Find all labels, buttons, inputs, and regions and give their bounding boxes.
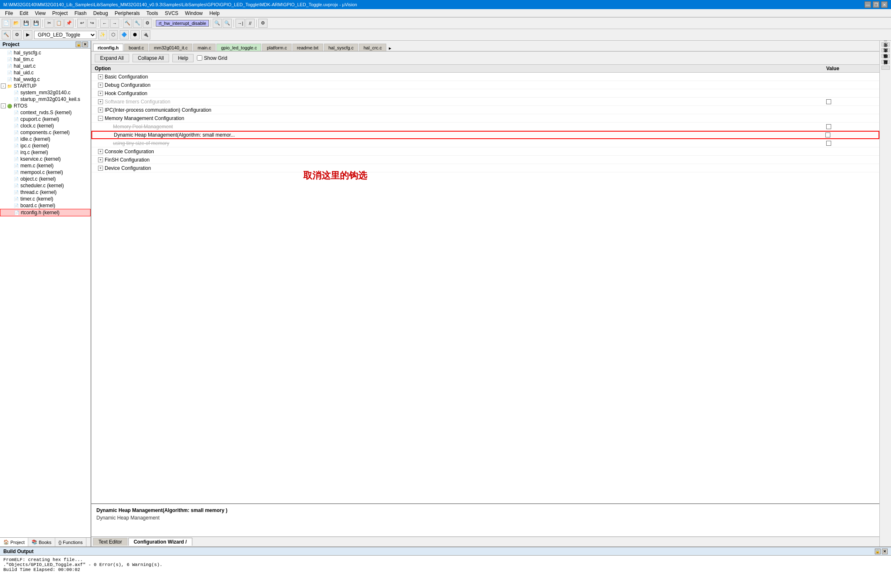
menu-item-flash[interactable]: Flash bbox=[71, 10, 90, 17]
menu-item-svcs[interactable]: SVCS bbox=[162, 10, 182, 17]
tree-expand-6[interactable]: - bbox=[1, 83, 6, 88]
tree-item-25[interactable]: 📄rtconfig.h (kernel) bbox=[0, 209, 91, 216]
search-button[interactable]: 🔍 bbox=[223, 19, 232, 28]
menu-item-edit[interactable]: Edit bbox=[16, 10, 32, 17]
rs-common-button[interactable]: 常用 bbox=[881, 48, 890, 52]
menu-item-tools[interactable]: Tools bbox=[143, 10, 162, 17]
new-file-button[interactable]: 📄 bbox=[2, 19, 11, 28]
file-tab-7[interactable]: hal_syscfg.c bbox=[324, 44, 358, 51]
tree-item-14[interactable]: 📄idle.c (kernel) bbox=[0, 136, 91, 142]
menu-item-debug[interactable]: Debug bbox=[90, 10, 111, 17]
config-row-7[interactable]: Memory Pool Management bbox=[91, 122, 879, 131]
tree-item-17[interactable]: 📄kservice.c (kernel) bbox=[0, 156, 91, 162]
tree-item-16[interactable]: 📄irq.c (kernel) bbox=[0, 149, 91, 156]
config-row-3[interactable]: +Hook Configuration bbox=[91, 89, 879, 98]
help-button[interactable]: Help bbox=[172, 54, 194, 62]
paste-button[interactable]: 📌 bbox=[64, 19, 74, 28]
config-row-4[interactable]: +Software timers Configuration bbox=[91, 98, 879, 106]
rs-mini-editor-button[interactable]: 小编辑框 bbox=[881, 60, 890, 64]
tree-item-8[interactable]: 📄startup_mm32g0140_keil.s bbox=[0, 96, 91, 103]
config-checkbox-7[interactable] bbox=[826, 124, 831, 129]
file-tab-1[interactable]: board.c bbox=[124, 44, 149, 51]
config-expand-5[interactable]: + bbox=[98, 108, 103, 113]
tree-item-21[interactable]: 📄scheduler.c (kernel) bbox=[0, 182, 91, 189]
config-row-8[interactable]: Dynamic Heap Management(Algorithm: small… bbox=[91, 131, 879, 139]
file-tab-0[interactable]: rtconfig.h bbox=[93, 44, 123, 51]
comment-button[interactable]: // bbox=[245, 19, 255, 28]
config-expand-4[interactable]: + bbox=[98, 99, 103, 104]
save-all-button[interactable]: 💾 bbox=[32, 19, 41, 28]
tree-item-4[interactable]: 📄hal_uid.c bbox=[0, 69, 91, 76]
target-selector[interactable]: GPIO_LED_Toggle bbox=[34, 31, 96, 39]
magic-button[interactable]: ✨ bbox=[98, 30, 107, 39]
config-checkbox-9[interactable] bbox=[826, 141, 831, 146]
config-row-1[interactable]: +Basic Configuration bbox=[91, 73, 879, 81]
tree-item-18[interactable]: 📄mem.c (kernel) bbox=[0, 162, 91, 169]
tab-templates[interactable]: 📋 Templates bbox=[86, 538, 91, 546]
config-expand-6[interactable]: − bbox=[98, 116, 103, 121]
text-editor-tab[interactable]: Text Editor bbox=[93, 538, 128, 546]
undo-button[interactable]: ↩ bbox=[77, 19, 86, 28]
plugin-button[interactable]: 🔌 bbox=[141, 30, 150, 39]
rs-score-button[interactable]: 版积分规 bbox=[881, 66, 890, 70]
config-checkbox-4[interactable] bbox=[826, 99, 831, 104]
find-button[interactable]: 🔍 bbox=[213, 19, 222, 28]
save-button[interactable]: 💾 bbox=[22, 19, 31, 28]
tab-project[interactable]: 🏠 Project bbox=[0, 538, 28, 546]
panel-close-button[interactable]: ✕ bbox=[82, 42, 88, 47]
close-button[interactable]: ✕ bbox=[881, 1, 888, 8]
tree-item-20[interactable]: 📄object.c (kernel) bbox=[0, 176, 91, 182]
config-expand-1[interactable]: + bbox=[98, 74, 103, 79]
menu-item-peripherals[interactable]: Peripherals bbox=[111, 10, 143, 17]
batch-button[interactable]: ⚙ bbox=[143, 19, 152, 28]
open-file-button[interactable]: 📂 bbox=[12, 19, 21, 28]
menu-item-help[interactable]: Help bbox=[206, 10, 223, 17]
config-button[interactable]: ⚙ bbox=[12, 30, 22, 39]
tree-item-24[interactable]: 📄board.c (kernel) bbox=[0, 202, 91, 209]
tab-books[interactable]: 📚 Books bbox=[28, 538, 55, 546]
file-tab-2[interactable]: mm32g0140_it.c bbox=[149, 44, 192, 51]
build-button[interactable]: 🔨 bbox=[123, 19, 132, 28]
settings-button[interactable]: ⚙ bbox=[258, 19, 268, 28]
nav-back-button[interactable]: ← bbox=[100, 19, 109, 28]
rtos-button[interactable]: 🔷 bbox=[120, 30, 129, 39]
tree-item-11[interactable]: 📄cpuport.c (kernel) bbox=[0, 116, 91, 122]
config-expand-3[interactable]: + bbox=[98, 91, 103, 96]
menu-item-file[interactable]: File bbox=[2, 10, 16, 17]
collapse-all-button[interactable]: Collapse All bbox=[133, 54, 169, 62]
tree-item-19[interactable]: 📄mempool.c (kernel) bbox=[0, 169, 91, 176]
panel-lock-button[interactable]: 🔒 bbox=[76, 42, 81, 47]
build-output-close[interactable]: ✕ bbox=[882, 549, 888, 554]
tab-functions[interactable]: {} Functions bbox=[55, 538, 86, 546]
rebuild-button[interactable]: 🔧 bbox=[133, 19, 142, 28]
config-checkbox-8[interactable] bbox=[825, 132, 830, 137]
file-tab-8[interactable]: hal_crc.c bbox=[359, 44, 386, 51]
tree-item-6[interactable]: -📁STARTUP bbox=[0, 83, 91, 89]
config-wizard-tab[interactable]: Configuration Wizard / bbox=[128, 538, 192, 546]
tree-item-2[interactable]: 📄hal_tim.c bbox=[0, 56, 91, 63]
build2-button[interactable]: 🔨 bbox=[2, 30, 11, 39]
menu-item-project[interactable]: Project bbox=[49, 10, 71, 17]
debug-button[interactable]: ▶ bbox=[23, 30, 32, 39]
tree-item-15[interactable]: 📄ipc.c (kernel) bbox=[0, 142, 91, 149]
restore-button[interactable]: ❐ bbox=[873, 1, 879, 8]
tree-item-23[interactable]: 📄timer.c (kernel) bbox=[0, 196, 91, 202]
file-tab-5[interactable]: platform.c bbox=[262, 44, 291, 51]
stop-button[interactable]: ⬡ bbox=[109, 30, 118, 39]
menu-item-view[interactable]: View bbox=[32, 10, 49, 17]
file-tab-3[interactable]: main.c bbox=[193, 44, 216, 51]
config-expand-11[interactable]: + bbox=[98, 157, 103, 162]
tree-item-1[interactable]: 📄hal_syscfg.c bbox=[0, 49, 91, 56]
file-tab-6[interactable]: readme.txt bbox=[292, 44, 323, 51]
tree-item-5[interactable]: 📄hal_wwdg.c bbox=[0, 76, 91, 83]
expand-all-button[interactable]: Expand All bbox=[95, 54, 129, 62]
tree-item-7[interactable]: 📄system_mm32g0140.c bbox=[0, 89, 91, 96]
tree-item-22[interactable]: 📄thread.c (kernel) bbox=[0, 189, 91, 196]
menu-item-window[interactable]: Window bbox=[182, 10, 206, 17]
config-row-9[interactable]: using tiny size of memory bbox=[91, 139, 879, 147]
indent-button[interactable]: →| bbox=[236, 19, 245, 28]
config-expand-10[interactable]: + bbox=[98, 149, 103, 154]
minimize-button[interactable]: — bbox=[864, 1, 871, 8]
file-tabs-scroll-right[interactable]: ▸ bbox=[387, 45, 393, 51]
tree-item-13[interactable]: 📄components.c (kernel) bbox=[0, 129, 91, 136]
